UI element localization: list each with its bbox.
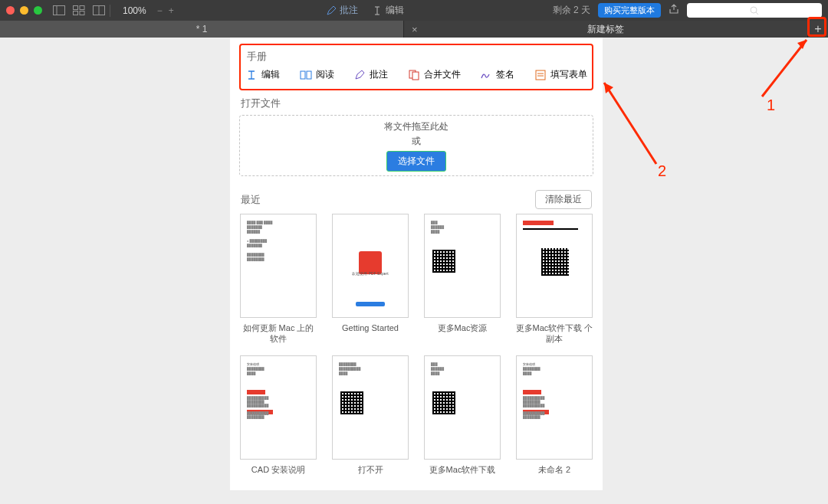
annotation-label-1: 1 bbox=[767, 97, 775, 114]
svg-marker-18 bbox=[797, 40, 807, 49]
annotation-arrows bbox=[0, 0, 828, 504]
annotation-label-2: 2 bbox=[658, 162, 666, 180]
svg-line-17 bbox=[762, 40, 807, 97]
svg-line-19 bbox=[604, 83, 656, 164]
